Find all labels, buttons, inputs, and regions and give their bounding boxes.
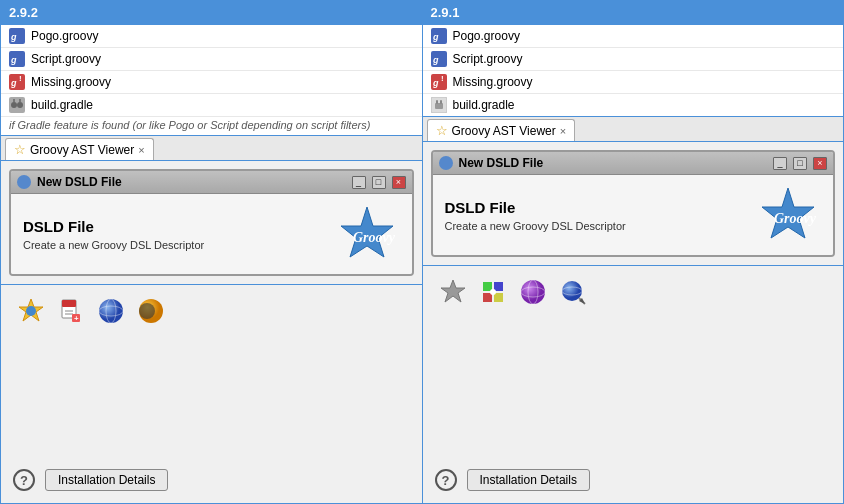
left-bottom-toolbar: + xyxy=(1,284,422,503)
gradle-file-icon xyxy=(431,97,447,113)
right-toolbar-icon-purple-sphere[interactable] xyxy=(515,274,551,310)
svg-point-46 xyxy=(521,280,545,304)
right-dialog-title: New DSLD File xyxy=(459,156,768,170)
left-bottom-row: ? Installation Details xyxy=(13,469,410,495)
svg-point-15 xyxy=(26,306,36,316)
right-install-details-button[interactable]: Installation Details xyxy=(467,469,590,491)
right-dsld-title: DSLD File xyxy=(445,199,747,216)
left-dsld-subtitle: Create a new Groovy DSL Descriptor xyxy=(23,239,325,251)
groovy-file-icon: g xyxy=(431,28,447,44)
file-name: Pogo.groovy xyxy=(453,29,520,43)
gradle-file-icon xyxy=(9,97,25,113)
right-column: 2.9.1 g Pogo.groovy xyxy=(423,1,844,503)
svg-text:Groovy: Groovy xyxy=(774,211,817,226)
right-groovy-ast-tab[interactable]: ☆ Groovy AST Viewer × xyxy=(427,119,576,141)
dialog-minimize-btn[interactable]: _ xyxy=(773,157,787,170)
file-name: Script.groovy xyxy=(31,52,101,66)
svg-rect-42 xyxy=(494,282,503,291)
file-name: build.gradle xyxy=(453,98,515,112)
svg-point-8 xyxy=(11,102,17,108)
svg-text:!: ! xyxy=(19,74,22,83)
svg-marker-40 xyxy=(441,280,465,302)
svg-rect-44 xyxy=(494,293,503,302)
groovy-file-icon: g xyxy=(9,28,25,44)
left-note-text: if Gradle feature is found (or like Pogo… xyxy=(1,117,422,135)
dialog-maximize-btn[interactable]: □ xyxy=(372,176,386,189)
right-dsld-subtitle: Create a new Groovy DSL Descriptor xyxy=(445,220,747,232)
file-name: Missing.groovy xyxy=(31,75,111,89)
right-toolbar-icon-star[interactable] xyxy=(435,274,471,310)
right-version-header: 2.9.1 xyxy=(423,1,844,25)
svg-rect-37 xyxy=(440,100,442,104)
right-help-icon[interactable]: ? xyxy=(435,469,457,491)
list-item: g Pogo.groovy xyxy=(423,25,844,48)
star-icon: ☆ xyxy=(14,142,26,157)
left-groovy-ast-tab[interactable]: ☆ Groovy AST Viewer × xyxy=(5,138,154,160)
left-file-list: g Pogo.groovy g Script.groovy xyxy=(1,25,422,136)
right-dialog-content: DSLD File Create a new Groovy DSL Descri… xyxy=(433,175,834,255)
tab-label: Groovy AST Viewer xyxy=(30,143,134,157)
svg-rect-17 xyxy=(62,300,76,307)
file-name: Missing.groovy xyxy=(453,75,533,89)
dialog-maximize-btn[interactable]: □ xyxy=(793,157,807,170)
svg-text:Groovy: Groovy xyxy=(353,230,396,245)
left-toolbar-icon-document[interactable]: + xyxy=(53,293,89,329)
svg-rect-43 xyxy=(483,293,492,302)
left-toolbar-icon-groovy[interactable] xyxy=(13,293,49,329)
left-dialog-content: DSLD File Create a new Groovy DSL Descri… xyxy=(11,194,412,274)
svg-rect-36 xyxy=(436,100,438,104)
svg-text:!: ! xyxy=(441,74,444,83)
svg-point-22 xyxy=(99,299,123,323)
left-help-icon[interactable]: ? xyxy=(13,469,35,491)
left-toolbar-icon-eclipse[interactable] xyxy=(133,293,169,329)
svg-point-45 xyxy=(490,289,496,295)
right-groovy-logo: Groovy xyxy=(756,185,821,245)
svg-rect-41 xyxy=(483,282,492,291)
list-item: g ! Missing.groovy xyxy=(1,71,422,94)
file-name: build.gradle xyxy=(31,98,93,112)
groovy-file-icon: g xyxy=(431,51,447,67)
right-dsld-dialog: New DSLD File _ □ × DSLD File Create a n… xyxy=(431,150,836,257)
svg-text:g: g xyxy=(10,78,17,88)
left-toolbar-icon-sphere[interactable] xyxy=(93,293,129,329)
svg-text:+: + xyxy=(74,314,79,323)
list-item: build.gradle xyxy=(1,94,422,117)
list-item: build.gradle xyxy=(423,94,844,116)
file-name: Pogo.groovy xyxy=(31,29,98,43)
list-item: g Script.groovy xyxy=(423,48,844,71)
dialog-close-btn[interactable]: × xyxy=(392,176,406,189)
svg-text:g: g xyxy=(432,55,439,65)
left-dialog-title: New DSLD File xyxy=(37,175,346,189)
left-dsld-dialog: New DSLD File _ □ × DSLD File Create a n… xyxy=(9,169,414,276)
right-dialog-titlebar: New DSLD File _ □ × xyxy=(433,152,834,175)
missing-file-icon: g ! xyxy=(9,74,25,90)
svg-rect-35 xyxy=(435,103,443,109)
dialog-close-btn[interactable]: × xyxy=(813,157,827,170)
left-dialog-text: DSLD File Create a new Groovy DSL Descri… xyxy=(23,218,325,251)
left-install-details-button[interactable]: Installation Details xyxy=(45,469,168,491)
dialog-app-icon xyxy=(17,175,31,189)
main-container: 2.9.2 g Pogo.groovy xyxy=(0,0,844,504)
tab-close-icon[interactable]: × xyxy=(138,144,144,156)
dialog-app-icon xyxy=(439,156,453,170)
left-groovy-logo: Groovy xyxy=(335,204,400,264)
groovy-file-icon: g xyxy=(9,51,25,67)
left-version-header: 2.9.2 xyxy=(1,1,422,25)
file-name: Script.groovy xyxy=(453,52,523,66)
left-dialog-titlebar: New DSLD File _ □ × xyxy=(11,171,412,194)
right-toolbar-icon-sphere-arrow[interactable] xyxy=(555,274,591,310)
right-file-list: g Pogo.groovy g Script.groovy xyxy=(423,25,844,117)
svg-text:g: g xyxy=(432,78,439,88)
left-icon-row: + xyxy=(13,293,410,329)
svg-text:g: g xyxy=(432,32,439,42)
right-bottom-row: ? Installation Details xyxy=(435,469,832,495)
dialog-minimize-btn[interactable]: _ xyxy=(352,176,366,189)
svg-text:g: g xyxy=(10,55,17,65)
tab-close-icon[interactable]: × xyxy=(560,125,566,137)
right-toolbar-icon-puzzle[interactable] xyxy=(475,274,511,310)
svg-point-26 xyxy=(139,303,155,319)
help-label: ? xyxy=(20,473,28,488)
left-tab-row: ☆ Groovy AST Viewer × xyxy=(1,136,422,161)
help-label: ? xyxy=(442,473,450,488)
list-item: g Pogo.groovy xyxy=(1,25,422,48)
